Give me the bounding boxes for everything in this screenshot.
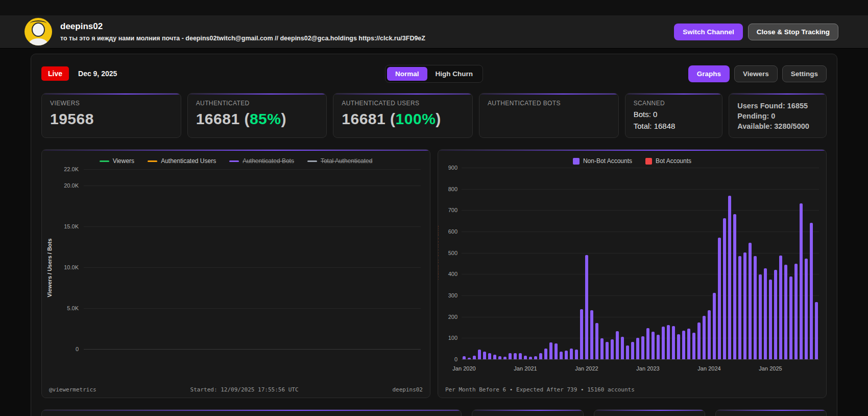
bar-month-17 (549, 342, 552, 359)
legend-label: Authenticated Bots (243, 157, 294, 165)
bar-month-8 (503, 357, 507, 359)
view-button-viewers[interactable]: Viewers (734, 65, 778, 82)
view-button-settings[interactable]: Settings (782, 65, 827, 82)
bar-month-62 (779, 256, 782, 359)
mode-option-high-churn[interactable]: High Churn (427, 67, 481, 81)
stat-card-viewers: VIEWERS19568 (41, 93, 181, 138)
stat-card-authenticated-bots: AUTHENTICATED BOTS (479, 93, 619, 138)
bar-month-1 (468, 358, 471, 359)
bar-month-64 (789, 276, 792, 360)
bar-chart-y-tick: 400 (448, 271, 457, 277)
next-section-row (41, 409, 827, 416)
line-chart-gridline (84, 186, 421, 186)
legend-label: Non-Bot Accounts (583, 157, 632, 165)
bar-month-49 (713, 293, 716, 359)
close-stop-tracking-button[interactable]: Close & Stop Tracking (748, 24, 838, 40)
bar-chart-footer-text: Per Month Before 6 • Expected After 739 … (445, 386, 635, 393)
bar-chart-gridline (462, 189, 819, 190)
bar-chart-gridline (462, 168, 819, 168)
bar-month-28 (606, 342, 609, 359)
bar-month-18 (554, 343, 558, 359)
view-button-graphs[interactable]: Graphs (688, 65, 730, 82)
bar-month-43 (682, 331, 685, 359)
bar-month-68 (810, 223, 813, 360)
live-status-badge: Live (41, 66, 69, 81)
bar-chart-card: Non-Bot AccountsBot Accounts Number of A… (438, 149, 827, 398)
channel-avatar (25, 18, 52, 45)
bar-month-30 (616, 331, 619, 359)
bar-month-24 (585, 255, 588, 359)
line-chart-y-tick: 10.0K (64, 264, 79, 270)
legend-item-total-authenticated[interactable]: Total Authenticated (307, 157, 372, 165)
bar-month-19 (560, 352, 563, 359)
bar-month-11 (519, 353, 522, 360)
view-buttons-group: GraphsViewersSettings (688, 65, 827, 82)
line-chart-card: ViewersAuthenticated UsersAuthenticated … (41, 149, 430, 398)
bar-month-55 (743, 252, 746, 359)
bar-month-54 (738, 256, 741, 359)
stat-card-line: Total: 16848 (634, 122, 714, 130)
bar-month-38 (657, 335, 660, 359)
channel-subtitle: то ты это я иежду нами молния почта - de… (60, 35, 425, 42)
avatar-hair-shape (30, 20, 46, 27)
mode-option-normal[interactable]: Normal (387, 67, 427, 81)
stat-card-percent: 100% (396, 110, 436, 127)
line-chart-plot-area (84, 169, 421, 349)
bar-month-21 (570, 349, 573, 359)
switch-channel-button[interactable]: Switch Channel (674, 24, 743, 40)
bar-month-31 (621, 337, 624, 359)
bar-month-46 (697, 322, 701, 359)
current-date-label: Dec 9, 2025 (78, 70, 117, 78)
legend-item-authenticated-users[interactable]: Authenticated Users (148, 157, 216, 165)
stats-row: VIEWERS19568AUTHENTICATED16681 (85%)AUTH… (41, 93, 827, 138)
stat-card-value: 16681 (85%) (196, 110, 319, 128)
bar-month-7 (498, 356, 501, 359)
top-strip (0, 0, 868, 15)
bar-month-32 (626, 345, 629, 359)
legend-item-non-bot-accounts[interactable]: Non-Bot Accounts (573, 157, 632, 165)
stat-card-label: SCANNED (634, 100, 714, 107)
stat-card-line: Pending: 0 (737, 112, 818, 120)
bar-month-66 (800, 203, 803, 359)
stat-card-label: AUTHENTICATED (196, 100, 319, 107)
line-chart-gridline (84, 308, 421, 309)
line-chart-footer: @viewermetrics Started: 12/09/2025 17:55… (49, 386, 423, 393)
bar-month-69 (815, 302, 818, 359)
header-text-block: deepins02 то ты это я иежду нами молния … (60, 21, 425, 42)
stat-card-authenticated-users: AUTHENTICATED USERS16681 (100%) (333, 93, 473, 138)
next-section-card-1 (472, 409, 583, 416)
stat-card-value: 19568 (50, 110, 173, 128)
line-chart-y-tick: 15.0K (64, 223, 79, 229)
legend-label: Authenticated Users (161, 157, 216, 165)
bar-month-27 (600, 338, 604, 359)
legend-item-authenticated-bots[interactable]: Authenticated Bots (229, 157, 294, 165)
bar-month-4 (483, 352, 486, 359)
line-chart-y-labels: 22.0K20.0K15.0K10.0K5.0K0 (42, 169, 79, 349)
legend-item-bot-accounts[interactable]: Bot Accounts (645, 157, 691, 165)
bar-chart-plot-area (462, 168, 819, 359)
next-section-card-2 (594, 409, 705, 416)
bar-chart-gridline (462, 359, 819, 360)
bar-chart-y-tick: 500 (448, 250, 457, 256)
stat-card-label: AUTHENTICATED BOTS (488, 100, 610, 107)
line-chart-y-tick: 20.0K (64, 182, 79, 189)
legend-item-viewers[interactable]: Viewers (100, 157, 134, 165)
stat-card-label: VIEWERS (50, 100, 173, 107)
stat-card-value: 16681 (100%) (342, 110, 464, 128)
bar-month-15 (539, 353, 542, 360)
bar-chart-gridline (462, 210, 819, 211)
bar-chart-x-tick-jan-2025: Jan 2025 (759, 365, 782, 372)
bar-month-57 (754, 256, 757, 360)
bar-month-13 (529, 357, 532, 359)
bar-month-61 (774, 270, 777, 359)
footer-watermark: @viewermetrics (49, 386, 97, 393)
bar-chart-y-labels: 0100200300400500600700800900 (438, 168, 457, 359)
bar-month-9 (509, 353, 512, 360)
bar-chart-gridline (462, 253, 819, 253)
stat-card-line: Users Found: 16855 (737, 102, 818, 110)
bar-month-10 (514, 353, 517, 360)
footer-channel-name: deepins02 (392, 386, 423, 393)
bar-month-56 (749, 243, 752, 359)
bar-month-50 (718, 238, 721, 359)
bar-month-20 (565, 351, 568, 359)
